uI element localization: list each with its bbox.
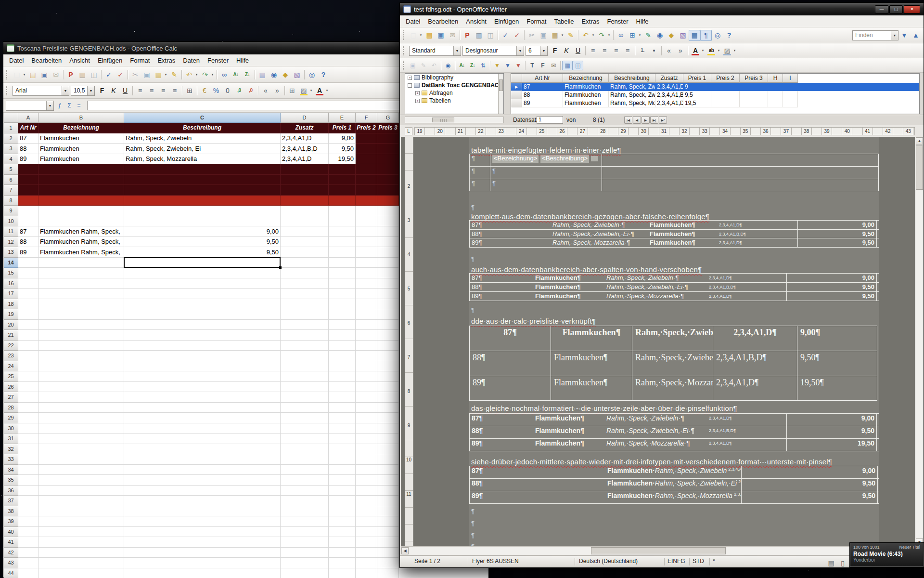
row-header-13[interactable]: 13	[4, 247, 18, 258]
cell-d11[interactable]	[281, 226, 329, 237]
table-cell[interactable]: 87¶	[469, 466, 605, 478]
cell-b8[interactable]	[38, 196, 124, 206]
row-header-38[interactable]: 38	[4, 506, 18, 517]
calc-menu-format[interactable]: Format	[126, 55, 154, 66]
doc-heading[interactable]: siehe·drüber·jedoch·mittlere·spalte·wied…	[471, 458, 832, 466]
cell-a23[interactable]	[18, 351, 38, 361]
paragraph-style-combo[interactable]: Standard ▼	[409, 46, 461, 56]
cell-f24[interactable]	[356, 361, 377, 372]
cell-f43[interactable]	[356, 558, 377, 568]
cell-d9[interactable]	[281, 206, 329, 216]
cell-selection[interactable]	[124, 257, 281, 268]
cell-f19[interactable]	[356, 309, 377, 320]
cell-a43[interactable]	[18, 558, 38, 568]
sort-descending-icon[interactable]: Z↓	[467, 61, 478, 70]
cell-a25[interactable]	[18, 371, 38, 382]
cell-f1[interactable]: Preis 2	[356, 123, 377, 133]
status-page-number[interactable]: Seite 1 / 2	[414, 558, 468, 565]
cell-e31[interactable]	[329, 434, 356, 444]
cell-a24[interactable]	[18, 361, 38, 372]
tree-scrollbar-thumb[interactable]	[499, 79, 503, 91]
table-cell[interactable]: 9,00	[741, 466, 878, 478]
cell-d3[interactable]: 2,3,4,A1,B,D	[281, 144, 329, 154]
row-header-40[interactable]: 40	[4, 527, 18, 538]
cell-a13[interactable]: 89	[18, 247, 38, 258]
table-cell[interactable]: Flammkuchen¶	[551, 376, 632, 401]
cell-g8[interactable]	[377, 196, 399, 206]
table-cell[interactable]: 2,3,4,A1,D¶	[713, 376, 797, 401]
doc-heading[interactable]: auch·aus·dem·datenbankbereich·aber·spalt…	[471, 265, 702, 274]
cell-c3[interactable]: Rahm, Speck, Zwiebeln, Ei	[124, 144, 281, 154]
decrease-indent-icon[interactable]: «	[260, 85, 271, 96]
table-cell[interactable]: 2,3,4,A1,D¶	[707, 292, 786, 301]
cell-e35[interactable]	[329, 475, 356, 486]
name-box[interactable]: ▼	[6, 101, 54, 111]
export-pdf-icon[interactable]: P	[462, 30, 473, 41]
cell-g9[interactable]	[377, 206, 399, 216]
grid-cell[interactable]	[768, 99, 783, 107]
document-page[interactable]: tabelle·mit·eingefügten·feldern·in·einer…	[469, 137, 879, 546]
grid-column-header-bezeichnung[interactable]: Bezeichnung	[563, 74, 609, 83]
background-color-icon[interactable]: ▨	[298, 85, 309, 96]
align-right-icon[interactable]: ≡	[157, 85, 169, 96]
cell-b13[interactable]: Flammkuchen Rahm, Speck,	[38, 247, 124, 258]
cell-c13[interactable]: 9,50	[124, 247, 281, 258]
auto-spellcheck-icon[interactable]: ✓	[511, 30, 523, 41]
cell-c33[interactable]	[124, 454, 281, 465]
cell-e19[interactable]	[329, 309, 356, 320]
calc-menu-extras[interactable]: Extras	[154, 55, 179, 66]
row-header-34[interactable]: 34	[4, 465, 18, 475]
cell-e12[interactable]	[329, 237, 356, 248]
table-cell[interactable]: Flammkuchen¶	[533, 426, 604, 438]
table-cell[interactable]: Flammkuchen¶	[533, 439, 604, 451]
cell-f16[interactable]	[356, 278, 377, 289]
save-icon[interactable]: ▣	[38, 69, 50, 80]
table-cell[interactable]: Rahm,·Speck,·Mozzarella·¶	[604, 292, 707, 301]
cell-b29[interactable]	[38, 413, 124, 423]
autofilter-icon[interactable]: ▼	[492, 61, 502, 70]
cell-c24[interactable]	[124, 361, 281, 372]
reset-filter-icon[interactable]: ▼	[513, 61, 524, 70]
email-icon[interactable]: ✉	[447, 30, 458, 41]
cell-f14[interactable]	[356, 258, 377, 268]
table-cell[interactable]: Flammkuchen¶	[648, 230, 717, 238]
draw-functions-icon[interactable]: ✎	[642, 30, 654, 41]
table-cell[interactable]: 88¶	[469, 230, 551, 238]
edit-data-icon[interactable]: ✎	[418, 61, 429, 70]
table-cell[interactable]: Flammkuchen¶	[533, 414, 604, 426]
undo-icon[interactable]: ↶	[183, 69, 195, 80]
table-cell[interactable]: 89¶	[469, 439, 533, 451]
cell-b4[interactable]: Flammkuchen	[38, 154, 124, 165]
table-cell[interactable]: Flammkuchen¶	[551, 351, 632, 376]
media-player-notification[interactable]: 100 von 1001 Neuer Titel Road Movie (6:4…	[849, 542, 924, 567]
cell-b15[interactable]	[38, 268, 124, 278]
cell-a19[interactable]	[18, 309, 38, 320]
cell-f5[interactable]	[356, 164, 377, 175]
chart-icon[interactable]: ▦	[257, 69, 268, 80]
redo-icon[interactable]: ↷	[596, 30, 607, 41]
grid-row-selector[interactable]	[511, 91, 522, 99]
row-header-26[interactable]: 26	[4, 382, 18, 393]
cell-d4[interactable]: 2,3,4,A1,D	[281, 154, 329, 165]
cell-b44[interactable]	[38, 568, 124, 578]
cell-e1[interactable]: Preis 1	[329, 123, 356, 133]
last-record-button[interactable]: ▶|	[650, 116, 658, 124]
find-input[interactable]: Finden ▼	[852, 30, 898, 40]
cell-a38[interactable]	[18, 506, 38, 517]
cell-g31[interactable]	[377, 434, 399, 444]
horizontal-ruler[interactable]: 1920212223242526272829303132333435363738…	[414, 127, 915, 135]
vertical-scrollbar[interactable]: ▲ ▼	[915, 137, 924, 546]
cell-f21[interactable]	[356, 330, 377, 341]
cell-e26[interactable]	[329, 382, 356, 393]
row-header-4[interactable]: 4	[4, 154, 18, 165]
doc-table[interactable]: 87¶Flammkuchen¶Rahm,·Speck,·Zwiebeln·¶2,…	[469, 273, 879, 301]
find-record-icon[interactable]: ◉	[443, 61, 453, 70]
table-cell[interactable]: Flammkuchen·Rahm,·Speck,·Zwiebeln2,3,4,A…	[605, 466, 741, 478]
data-to-fields-icon[interactable]: F	[538, 61, 548, 70]
record-number-input[interactable]: 1	[537, 116, 563, 124]
cell-b23[interactable]	[38, 351, 124, 361]
row-header-27[interactable]: 27	[4, 392, 18, 403]
table-cell[interactable]: 88¶	[469, 426, 533, 438]
row-header-11[interactable]: 11	[4, 226, 18, 237]
cell-c11[interactable]: 9,00	[124, 226, 281, 237]
